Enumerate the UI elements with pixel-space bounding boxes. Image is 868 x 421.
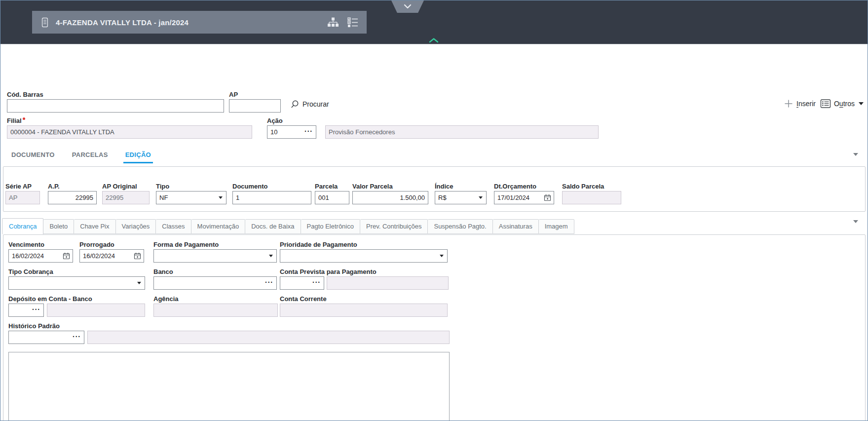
toolbar: Inserir Outros bbox=[784, 99, 864, 109]
acao-lookup[interactable]: ··· bbox=[267, 125, 316, 139]
prioridade-pagamento-select[interactable] bbox=[280, 249, 448, 263]
historico-padrao-input[interactable] bbox=[9, 331, 72, 344]
cod-barras-label: Cód. Barras bbox=[7, 91, 224, 98]
acao-desc-field: Provisão Fornecedores bbox=[325, 125, 599, 139]
conta-prevista-desc-field bbox=[327, 276, 449, 290]
inserir-button[interactable]: Inserir bbox=[784, 99, 816, 109]
sub-tabs: Cobrança Boleto Chave Pix Variações Clas… bbox=[2, 218, 574, 234]
lookup-ellipsis-button[interactable]: ··· bbox=[72, 330, 84, 345]
acao-label: Ação bbox=[267, 117, 599, 124]
subtab-pagto-eletronico[interactable]: Pagto Eletrônico bbox=[301, 219, 360, 234]
subtab-assinaturas[interactable]: Assinaturas bbox=[493, 219, 539, 234]
checklist-icon[interactable] bbox=[346, 16, 360, 29]
deposito-conta-banco-lookup[interactable]: ··· bbox=[8, 304, 44, 317]
conta-corrente-field bbox=[280, 304, 448, 317]
caret-down-icon bbox=[859, 102, 864, 105]
subtab-boleto[interactable]: Boleto bbox=[43, 219, 74, 234]
saldo-parcela-field bbox=[562, 191, 621, 204]
app-header: 4-FAZENDA VITALLY LTDA - jan/2024 bbox=[0, 0, 868, 44]
list-icon bbox=[820, 99, 831, 109]
tipo-cobranca-select[interactable] bbox=[8, 276, 145, 290]
historico-padrao-lookup[interactable]: ··· bbox=[8, 331, 84, 344]
vencimento-datebox[interactable] bbox=[8, 249, 73, 263]
plus-icon bbox=[784, 99, 793, 109]
conta-prevista-input[interactable] bbox=[280, 277, 311, 289]
prorrogado-datebox[interactable] bbox=[79, 249, 144, 263]
tipo-cobranca-label: Tipo Cobrança bbox=[8, 268, 145, 275]
tab-documento[interactable]: DOCUMENTO bbox=[9, 150, 57, 163]
ap-num-label: A.P. bbox=[48, 183, 97, 190]
subtab-suspensao-pagto[interactable]: Suspensão Pagto. bbox=[428, 219, 492, 234]
calendar-icon[interactable] bbox=[544, 194, 551, 201]
deposito-conta-banco-input[interactable] bbox=[9, 304, 31, 316]
conta-prevista-lookup[interactable]: ··· bbox=[280, 276, 324, 290]
vencimento-label: Vencimento bbox=[8, 241, 73, 248]
application-window: 4-FAZENDA VITALLY LTDA - jan/2024 bbox=[0, 0, 868, 421]
chevron-down-icon bbox=[403, 4, 413, 9]
deposito-conta-banco-label: Depósito em Conta - Banco bbox=[8, 296, 145, 303]
conta-prevista-label: Conta Prevista para Pagamento bbox=[280, 268, 449, 275]
agencia-label: Agência bbox=[153, 296, 278, 303]
inserir-label: Inserir bbox=[796, 100, 816, 108]
historico-padrao-desc-field bbox=[87, 331, 450, 344]
serie-ap-label: Série AP bbox=[5, 183, 40, 190]
ap-input[interactable] bbox=[229, 99, 281, 113]
banco-input[interactable] bbox=[154, 277, 264, 289]
vencimento-input[interactable] bbox=[9, 250, 63, 262]
caret-down-icon bbox=[479, 196, 483, 199]
subtab-variacoes[interactable]: Variações bbox=[116, 219, 156, 234]
subtab-docs-de-baixa[interactable]: Docs. de Baixa bbox=[245, 219, 301, 234]
subtab-imagem[interactable]: Imagem bbox=[539, 219, 574, 234]
forma-pagamento-label: Forma de Pagamento bbox=[153, 241, 277, 248]
tab-parcelas[interactable]: PARCELAS bbox=[70, 150, 110, 163]
procurar-button[interactable]: Procurar bbox=[291, 100, 329, 109]
documento-input[interactable] bbox=[232, 191, 311, 204]
main-tabs: DOCUMENTO PARCELAS EDIÇÃO bbox=[9, 150, 153, 163]
lookup-ellipsis-button[interactable]: ··· bbox=[311, 276, 324, 291]
conta-corrente-label: Conta Corrente bbox=[280, 296, 448, 303]
ap-num-input[interactable] bbox=[48, 191, 97, 204]
dt-orcamento-datebox[interactable] bbox=[494, 191, 554, 204]
prorrogado-label: Prorrogado bbox=[79, 241, 144, 248]
dt-orcamento-label: Dt.Orçamento bbox=[494, 183, 554, 190]
acao-input[interactable] bbox=[267, 126, 303, 138]
historico-padrao-label: Histórico Padrão bbox=[8, 323, 450, 330]
calendar-icon[interactable] bbox=[63, 252, 70, 260]
dt-orcamento-input[interactable] bbox=[494, 191, 544, 204]
subtab-chave-pix[interactable]: Chave Pix bbox=[74, 219, 115, 234]
indice-select[interactable]: R$ bbox=[435, 191, 487, 204]
lookup-ellipsis-button[interactable]: ··· bbox=[303, 125, 316, 140]
subtab-cobranca[interactable]: Cobrança bbox=[2, 218, 43, 234]
forma-pagamento-select[interactable] bbox=[153, 249, 277, 263]
cod-barras-input[interactable] bbox=[7, 99, 224, 113]
banco-lookup[interactable]: ··· bbox=[153, 276, 277, 290]
deposito-conta-banco-desc-field bbox=[47, 304, 145, 317]
title-bar: 4-FAZENDA VITALLY LTDA - jan/2024 bbox=[32, 11, 367, 34]
sitemap-icon[interactable] bbox=[326, 16, 340, 29]
serie-ap-field: AP bbox=[5, 191, 40, 204]
tipo-select[interactable]: NF bbox=[156, 191, 226, 204]
subtab-prev-contribuicoes[interactable]: Prev. Contribuições bbox=[360, 219, 428, 234]
prorrogado-input[interactable] bbox=[80, 250, 134, 262]
document-icon bbox=[40, 16, 50, 29]
collapse-handle[interactable] bbox=[391, 0, 424, 13]
valor-parcela-input[interactable] bbox=[352, 191, 428, 204]
search-icon bbox=[291, 100, 300, 109]
sub-tabs-overflow-caret[interactable] bbox=[853, 220, 858, 223]
subtab-classes[interactable]: Classes bbox=[156, 219, 191, 234]
lookup-ellipsis-button[interactable]: ··· bbox=[31, 303, 43, 318]
parcela-input[interactable] bbox=[315, 191, 349, 204]
observacao-textarea[interactable] bbox=[8, 352, 450, 421]
agencia-field bbox=[153, 304, 278, 317]
outros-button[interactable]: Outros bbox=[820, 99, 864, 109]
indice-label: Índice bbox=[435, 183, 487, 190]
subtab-movimentacao[interactable]: Movimentação bbox=[191, 219, 246, 234]
tab-edicao[interactable]: EDIÇÃO bbox=[123, 150, 153, 163]
filial-label: Filial bbox=[7, 117, 252, 124]
main-tabs-overflow-caret[interactable] bbox=[853, 153, 858, 156]
ap-original-label: AP Original bbox=[102, 183, 150, 190]
main-content: Cód. Barras AP Procurar bbox=[0, 44, 868, 421]
required-dot bbox=[23, 117, 25, 120]
lookup-ellipsis-button[interactable]: ··· bbox=[264, 276, 276, 291]
calendar-icon[interactable] bbox=[134, 252, 141, 260]
